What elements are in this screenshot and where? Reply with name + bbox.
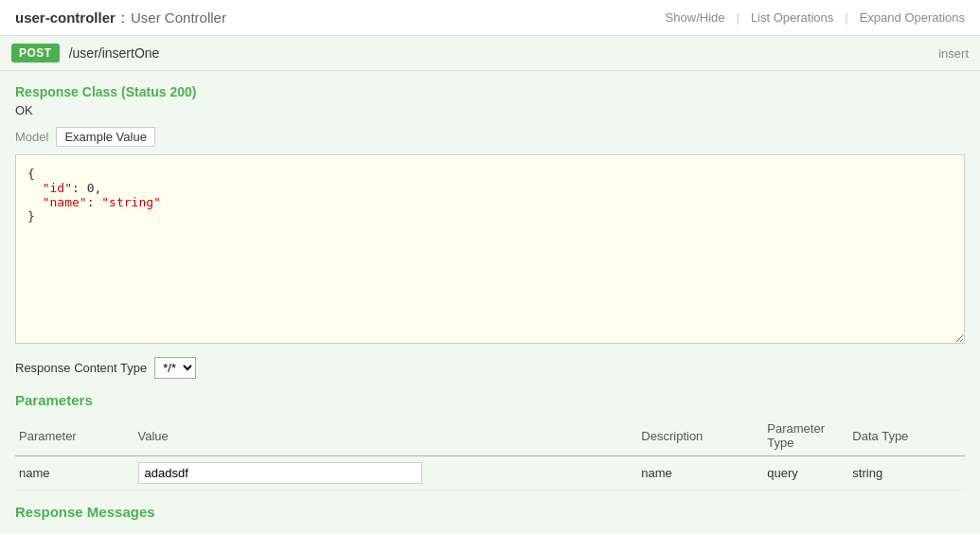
- controller-name-normal: User Controller: [131, 9, 226, 26]
- response-content-type-label: Response Content Type: [15, 361, 147, 375]
- response-status-text: OK: [15, 103, 965, 117]
- http-method-badge: POST: [11, 44, 60, 62]
- post-row: POST /user/insertOne insert: [0, 36, 980, 71]
- sep2: |: [845, 10, 847, 25]
- content-type-select[interactable]: */*: [154, 357, 196, 379]
- insert-label: insert: [938, 46, 969, 61]
- model-tabs: Model Example Value: [15, 127, 965, 147]
- col-header-data-type: Data Type: [848, 418, 965, 456]
- param-value-input[interactable]: [138, 462, 422, 484]
- col-header-parameter-type: Parameter Type: [763, 418, 848, 456]
- col-header-parameter: Parameter: [15, 418, 134, 456]
- response-messages-title: Response Messages: [15, 504, 965, 520]
- json-line-1: {: [27, 167, 953, 181]
- example-value-tab[interactable]: Example Value: [56, 127, 154, 147]
- table-row: namenamequerystring: [15, 456, 965, 490]
- show-hide-link[interactable]: Show/Hide: [666, 10, 725, 25]
- response-content-type-row: Response Content Type */*: [15, 357, 965, 379]
- expand-operations-link[interactable]: Expand Operations: [860, 10, 965, 25]
- list-operations-link[interactable]: List Operations: [751, 10, 833, 25]
- header-title-group: user-controller : User Controller: [15, 9, 226, 26]
- parameters-table: Parameter Value Description Parameter Ty…: [15, 418, 965, 490]
- params-table-header-row: Parameter Value Description Parameter Ty…: [15, 418, 965, 456]
- param-data-type: string: [848, 456, 965, 490]
- col-header-description: Description: [637, 418, 763, 456]
- col-header-value: Value: [134, 418, 638, 456]
- json-code-box: { "id": 0, "name": "string" }: [15, 154, 965, 344]
- model-label: Model: [15, 130, 48, 144]
- sep1: |: [736, 10, 739, 25]
- header-actions: Show/Hide | List Operations | Expand Ope…: [666, 10, 965, 25]
- response-class-title: Response Class (Status 200): [15, 84, 965, 99]
- param-description: name: [637, 456, 763, 490]
- header-colon: :: [121, 9, 125, 26]
- param-parameter-type: query: [763, 456, 848, 490]
- json-line-4: }: [27, 209, 953, 223]
- json-line-2: "id": 0,: [27, 181, 953, 195]
- page-header: user-controller : User Controller Show/H…: [0, 0, 980, 36]
- endpoint-path: /user/insertOne: [69, 45, 930, 61]
- parameters-title: Parameters: [15, 392, 965, 408]
- inner-panel: Response Class (Status 200) OK Model Exa…: [0, 71, 980, 533]
- param-value-cell[interactable]: [134, 456, 638, 490]
- controller-name-bold: user-controller: [15, 9, 116, 26]
- param-name: name: [15, 456, 134, 490]
- main-content: POST /user/insertOne insert Response Cla…: [0, 36, 980, 533]
- json-line-3: "name": "string": [27, 195, 953, 209]
